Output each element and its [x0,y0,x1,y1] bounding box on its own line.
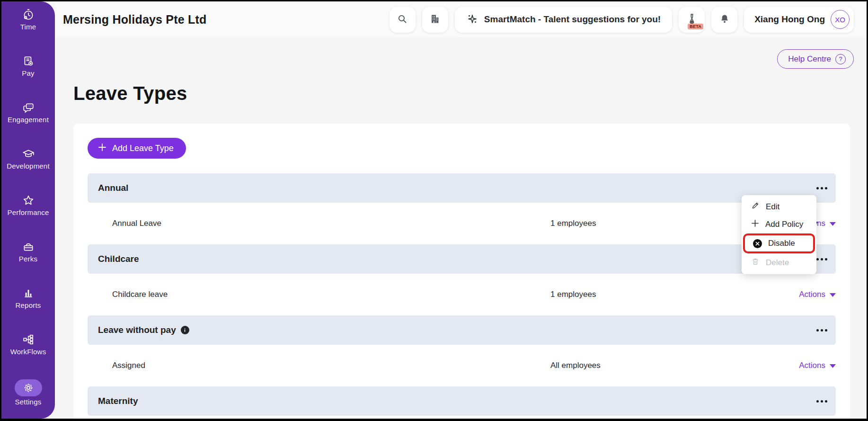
policy-row-annual-leave: Annual Leave 1 employees Actions [88,203,836,244]
sidebar-item-perks[interactable]: Perks [1,240,55,263]
sidebar-item-time[interactable]: Time [1,8,55,31]
search-icon [397,13,408,26]
actions-label: Actions [799,290,825,299]
pencil-icon [751,201,760,212]
chat-bubbles-icon [22,101,35,114]
menu-item-add-policy[interactable]: Add Policy [742,215,816,233]
policy-employees: All employees [550,361,601,370]
x-circle-icon [753,239,762,248]
row-context-menu: Edit Add Policy Disable Delete [742,195,816,274]
actions-dropdown[interactable]: Actions [799,361,836,370]
gear-icon [15,379,42,396]
kebab-menu-icon[interactable] [815,397,829,405]
policy-employees: 1 employees [550,219,596,228]
add-leave-type-button[interactable]: Add Leave Type [88,138,186,159]
policy-name: Childcare leave [112,290,168,299]
building-icon [429,13,441,26]
sparkles-icon [466,13,478,27]
kebab-menu-icon[interactable] [815,184,829,192]
sidebar-item-reports[interactable]: Reports [1,287,55,309]
trash-icon [751,257,760,268]
section-name: Leave without pay [98,325,176,335]
section-header-maternity: Maternity [88,386,836,416]
graduation-cap-icon [22,147,35,161]
smartmatch-banner[interactable]: SmartMatch - Talent suggestions for you! [455,7,672,33]
smartmatch-label: SmartMatch - Talent suggestions for you! [484,14,661,25]
notifications-button[interactable] [711,7,737,33]
help-centre-button[interactable]: Help Centre ? [777,49,854,69]
gift-icon [22,240,35,253]
topbar: Mersing Holidays Pte Ltd SmartMatch - Ta… [55,1,867,37]
sidebar-item-label: Reports [16,301,41,309]
organisation-button[interactable] [422,7,448,33]
payslip-icon [22,54,35,68]
chevron-down-icon [830,361,836,370]
sidebar-item-label: Development [7,162,50,170]
actions-dropdown[interactable]: Actions [799,290,836,299]
sidebar-item-label: WorkFlows [10,348,46,356]
sidebar-item-label: Pay [22,69,34,77]
sidebar-item-development[interactable]: Development [1,147,55,170]
help-centre-label: Help Centre [788,54,831,64]
menu-item-label: Disable [768,239,795,248]
section-header-leave-without-pay: Leave without pay [88,315,836,345]
sidebar: Time Pay Engagement Development Performa [1,1,55,419]
sidebar-item-label: Perks [19,255,37,263]
section-header-childcare: Childcare [88,244,836,274]
menu-item-disable[interactable]: Disable [743,233,815,253]
policy-name: Assigned [112,361,145,370]
menu-item-delete: Delete [742,254,816,271]
star-icon [22,194,35,207]
section-name: Childcare [98,254,139,264]
sidebar-item-workflows[interactable]: WorkFlows [1,333,55,356]
workflow-icon [22,333,35,346]
section-header-annual: Annual [88,173,836,203]
policy-employees: 1 employees [550,290,596,299]
beta-badge: BETA [688,24,703,29]
policy-row-childcare-leave: Childcare leave 1 employees Actions [88,274,836,315]
policy-name: Annual Leave [112,219,161,228]
avatar: XO [831,10,850,29]
beta-labs-button[interactable]: BETA [679,7,705,33]
company-name: Mersing Holidays Pte Ltd [63,1,206,37]
policy-row-assigned: Assigned All employees Actions [88,345,836,386]
sidebar-item-label: Performance [7,208,49,216]
search-button[interactable] [390,7,416,33]
user-name: Xiang Hong Ong [754,14,825,25]
kebab-menu-icon[interactable] [815,255,829,263]
menu-item-label: Delete [766,258,789,268]
plus-icon [751,219,759,230]
chevron-down-icon [830,219,836,228]
leave-types-card: Add Leave Type Annual Annual Leave 1 emp… [73,124,850,420]
section-name: Annual [98,183,128,193]
plus-icon [98,143,106,154]
menu-item-edit[interactable]: Edit [742,198,816,215]
add-leave-type-label: Add Leave Type [112,143,174,153]
bell-icon [719,13,730,26]
page-title: Leave Types [73,83,187,104]
actions-label: Actions [799,361,825,370]
sidebar-item-settings[interactable]: Settings [1,379,55,406]
topbar-actions: SmartMatch - Talent suggestions for you!… [390,6,854,33]
sidebar-item-label: Engagement [8,116,49,124]
section-name: Maternity [98,396,138,406]
question-mark-icon: ? [835,54,846,64]
bar-chart-icon [22,287,35,300]
sidebar-item-engagement[interactable]: Engagement [1,101,55,124]
info-icon[interactable] [181,326,189,334]
user-menu[interactable]: Xiang Hong Ong XO [744,7,854,33]
sidebar-item-label: Settings [15,398,42,406]
kebab-menu-icon[interactable] [815,326,829,334]
chevron-down-icon [830,290,836,299]
app-window: Time Pay Engagement Development Performa [0,0,868,421]
stopwatch-icon [22,8,35,21]
sidebar-item-pay[interactable]: Pay [1,54,55,77]
menu-item-label: Add Policy [765,220,803,229]
sidebar-item-performance[interactable]: Performance [1,194,55,216]
sidebar-item-label: Time [20,23,36,31]
menu-item-label: Edit [766,202,779,212]
